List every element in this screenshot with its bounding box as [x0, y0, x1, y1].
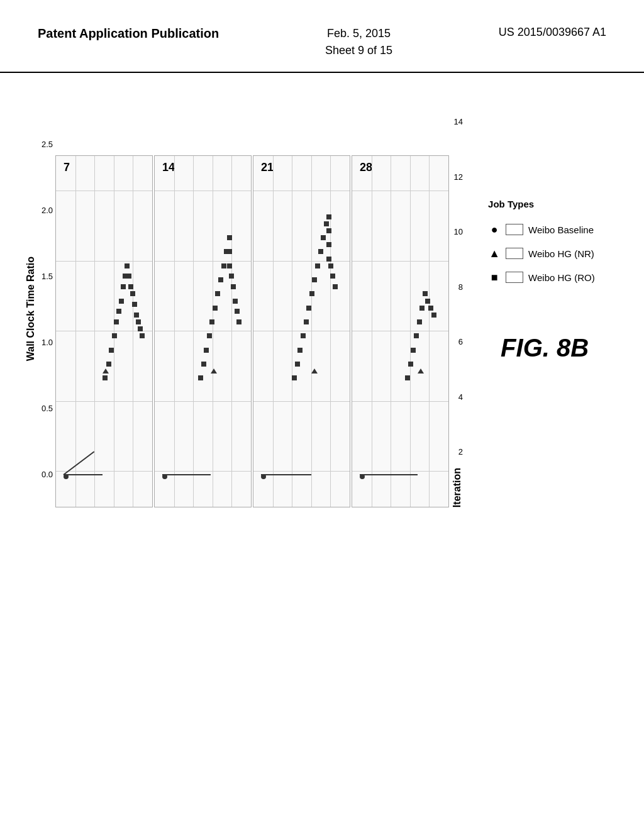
charts-row: 7: [55, 111, 463, 507]
right-panel: Job Types ● Weibo Baseline ▲ Weibo HG (N…: [488, 148, 595, 362]
x-tick: 12: [454, 172, 463, 182]
chart-28-plot: 28: [352, 156, 448, 507]
x-tick: 4: [458, 392, 463, 402]
y-tick: 0.0: [42, 470, 53, 479]
chart-28: 28: [352, 155, 449, 507]
legend-label-baseline: Weibo Baseline: [528, 224, 594, 235]
chart-label-21: 21: [261, 161, 274, 174]
y-tick: 0.5: [42, 404, 53, 413]
sheet-info: Sheet 9 of 15: [325, 44, 392, 57]
y-axis-ticks: 2.5 2.0 1.5 1.0 0.5 0.0: [42, 133, 53, 485]
chart-wrapper: Wall Clock Time Ratio 2.5 2.0 1.5 1.0 0.…: [25, 111, 463, 507]
x-tick: 10: [454, 227, 463, 236]
chart-label-7: 7: [64, 161, 70, 174]
y-tick: 1.5: [42, 272, 53, 281]
chart-7: 7: [55, 155, 153, 507]
legend-symbol-circle: ●: [488, 223, 501, 236]
y-axis-label: Wall Clock Time Ratio: [25, 257, 36, 361]
legend-item-baseline: ● Weibo Baseline: [488, 223, 595, 236]
header-center: Feb. 5, 2015 Sheet 9 of 15: [325, 25, 392, 59]
x-tick: 2: [458, 447, 463, 456]
legend-symbol-square: ■: [488, 271, 501, 284]
x-tick: 8: [458, 282, 463, 292]
legend-label-ro: Weibo HG (RO): [528, 272, 595, 283]
chart-21-plot: 21: [253, 156, 350, 507]
legend-item-ro: ■ Weibo HG (RO): [488, 271, 595, 284]
chart-21: 21: [253, 155, 350, 507]
x-tick: 14: [454, 117, 463, 126]
figure-label: FIG. 8B: [501, 334, 595, 362]
y-tick: 2.5: [42, 140, 53, 149]
y-tick: 2.0: [42, 206, 53, 215]
publication-date: Feb. 5, 2015: [327, 27, 391, 40]
chart-label-14: 14: [162, 161, 175, 174]
x-axis-label: Iteration: [452, 468, 463, 507]
content-area: Wall Clock Time Ratio 2.5 2.0 1.5 1.0 0.…: [0, 73, 644, 827]
x-tick: 6: [458, 337, 463, 346]
legend-item-nr: ▲ Weibo HG (NR): [488, 247, 595, 260]
patent-number: US 2015/0039667 A1: [499, 25, 606, 40]
page-header: Patent Application Publication Feb. 5, 2…: [0, 0, 644, 73]
x-axis-area: 14 12 10 8 6 4 2 Iteration: [452, 111, 463, 507]
legend-box-baseline: [506, 224, 523, 235]
legend-box-ro: [506, 272, 523, 283]
legend-label-nr: Weibo HG (NR): [528, 248, 594, 259]
legend-box-nr: [506, 248, 523, 259]
x-axis-ticks: 14 12 10 8 6 4 2: [452, 111, 463, 463]
chart-14: 14: [154, 155, 252, 507]
chart-label-28: 28: [360, 161, 372, 174]
publication-title: Patent Application Publication: [38, 25, 219, 42]
y-tick: 1.0: [42, 338, 53, 347]
legend-symbol-triangle: ▲: [488, 247, 501, 260]
chart-14-plot: 14: [155, 156, 251, 507]
legend-area: Job Types ● Weibo Baseline ▲ Weibo HG (N…: [488, 199, 595, 284]
legend-group-label: Job Types: [488, 199, 595, 209]
chart-7-plot: 7: [56, 156, 152, 507]
